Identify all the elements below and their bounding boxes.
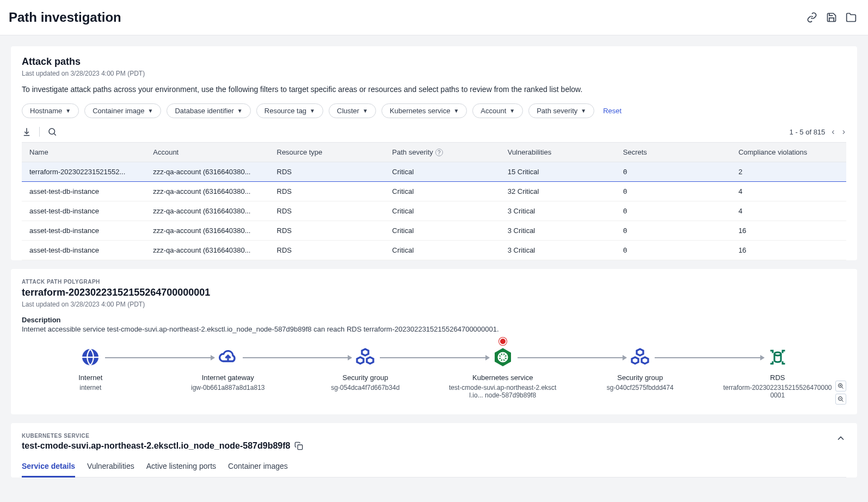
node-sub: sg-054dca4f7d667b34d [331, 384, 399, 391]
zoom-out-icon[interactable] [835, 394, 846, 405]
cell: Critical [385, 201, 500, 221]
node-title: Internet [78, 374, 102, 382]
polygraph-label: ATTACK PATH POLYGRAPH [22, 279, 846, 285]
col-secrets[interactable]: Secrets [615, 143, 731, 162]
collapse-toggle[interactable] [835, 433, 846, 444]
pager: 1 - 5 of 815 ‹ › [790, 127, 846, 137]
cell: 3 Critical [500, 241, 615, 260]
cell: 0 [615, 182, 731, 201]
cell: 4 [731, 201, 846, 221]
tab-container-images[interactable]: Container images [228, 460, 288, 477]
svg-line-23 [842, 400, 844, 402]
reset-filters[interactable]: Reset [603, 107, 621, 115]
filter-kubernetes-service[interactable]: Kubernetes service▼ [381, 103, 467, 118]
filter-path-severity[interactable]: Path severity▼ [528, 103, 594, 118]
node-sub: sg-040cf2575fbddd474 [607, 384, 674, 391]
filter-database-identifier[interactable]: Database identifier▼ [167, 103, 250, 118]
svg-marker-14 [637, 349, 643, 356]
filter-label: Kubernetes service [390, 107, 450, 115]
tab-active-listening-ports[interactable]: Active listening ports [146, 460, 216, 477]
path-node-sg[interactable]: Security groupsg-054dca4f7d667b34d [297, 345, 434, 391]
service-tabs: Service detailsVulnerabilitiesActive lis… [22, 460, 846, 477]
filter-label: Database identifier [175, 107, 233, 115]
zoom-in-icon[interactable] [835, 381, 846, 391]
path-node-globe[interactable]: Internetinternet [22, 345, 159, 391]
svg-point-17 [774, 352, 781, 356]
attack-paths-panel: Attack paths Last updated on 3/28/2023 4… [11, 46, 857, 260]
cell: 3 Critical [500, 201, 615, 221]
node-title: Security group [617, 374, 663, 382]
pager-range: 1 - 5 of 815 [790, 128, 826, 136]
tab-service-details[interactable]: Service details [22, 460, 75, 477]
svg-marker-7 [367, 357, 373, 364]
cell: RDS [269, 182, 385, 201]
filter-resource-tag[interactable]: Resource tag▼ [256, 103, 323, 118]
svg-marker-16 [642, 357, 648, 364]
col-name[interactable]: Name [22, 143, 145, 162]
attack-path-graph: InternetinternetInternet gatewayigw-0b66… [22, 345, 846, 405]
path-node-k8s[interactable]: Kubernetes servicetest-cmode-suvi.ap-nor… [434, 345, 572, 399]
col-vulnerabilities[interactable]: Vulnerabilities [500, 143, 615, 162]
copy-icon[interactable] [294, 442, 303, 450]
path-node-rds[interactable]: RDSterraform-20230223152155264700000001 [709, 345, 847, 399]
cell: zzz-qa-account (6316640380... [145, 201, 269, 221]
filter-cluster[interactable]: Cluster▼ [329, 103, 376, 118]
table-row[interactable]: terraform-202302231521552...zzz-qa-accou… [22, 162, 846, 182]
rds-icon [768, 347, 787, 367]
cell: zzz-qa-account (6316640380... [145, 162, 269, 182]
table-toolbar: 1 - 5 of 815 ‹ › [22, 127, 846, 140]
k8s-icon [492, 346, 514, 368]
cell: 16 [731, 221, 846, 241]
col-resource-type[interactable]: Resource type [269, 143, 385, 162]
filter-account[interactable]: Account▼ [472, 103, 523, 118]
cell: RDS [269, 162, 385, 182]
polygraph-updated: Last updated on 3/28/2023 4:00 PM (PDT) [22, 301, 846, 308]
chevron-down-icon: ▼ [453, 108, 459, 114]
col-account[interactable]: Account [145, 143, 269, 162]
cell: Critical [385, 162, 500, 182]
cell: zzz-qa-account (6316640380... [145, 241, 269, 260]
save-icon[interactable] [826, 11, 838, 23]
link-icon[interactable] [806, 11, 818, 23]
alert-badge-icon [499, 338, 507, 345]
tab-vulnerabilities[interactable]: Vulnerabilities [87, 460, 134, 477]
zoom-controls [835, 381, 846, 405]
pager-next[interactable]: › [841, 127, 846, 137]
search-icon[interactable] [47, 127, 57, 137]
attack-paths-title: Attack paths [22, 56, 846, 68]
cell: 0 [615, 241, 731, 260]
cell: RDS [269, 201, 385, 221]
toolbar-divider [39, 127, 40, 137]
cell: asset-test-db-instance [22, 241, 145, 260]
cell: Critical [385, 182, 500, 201]
table-row[interactable]: asset-test-db-instancezzz-qa-account (63… [22, 182, 846, 201]
col-path-severity[interactable]: Path severity? [385, 143, 500, 162]
help-icon[interactable]: ? [435, 149, 443, 156]
sg-icon [355, 347, 375, 367]
filter-hostname[interactable]: Hostname▼ [22, 103, 79, 118]
download-icon[interactable] [22, 127, 32, 137]
cell: 4 [731, 182, 846, 201]
svg-marker-5 [362, 349, 368, 356]
filter-container-image[interactable]: Container image▼ [84, 103, 161, 118]
svg-line-2 [54, 133, 56, 135]
filter-label: Container image [93, 107, 144, 115]
cell: asset-test-db-instance [22, 221, 145, 241]
svg-rect-25 [298, 445, 303, 450]
page-title: Path investigation [9, 10, 121, 25]
table-row[interactable]: asset-test-db-instancezzz-qa-account (63… [22, 221, 846, 241]
folder-icon[interactable] [845, 11, 857, 23]
path-node-sg[interactable]: Security groupsg-040cf2575fbddd474 [571, 345, 709, 391]
cell: terraform-202302231521552... [22, 162, 145, 182]
col-compliance-violations[interactable]: Compliance violations [731, 143, 846, 162]
node-title: RDS [770, 374, 785, 382]
pager-prev[interactable]: ‹ [830, 127, 835, 137]
path-arrow [655, 357, 764, 358]
node-title: Kubernetes service [472, 374, 533, 382]
table-row[interactable]: asset-test-db-instancezzz-qa-account (63… [22, 201, 846, 221]
path-node-igw[interactable]: Internet gatewayigw-0b661a887a8d1a813 [159, 345, 297, 391]
table-row[interactable]: asset-test-db-instancezzz-qa-account (63… [22, 241, 846, 260]
cell: Critical [385, 241, 500, 260]
service-label: KUBERNETES SERVICE [22, 433, 303, 439]
node-title: Security group [342, 374, 388, 382]
